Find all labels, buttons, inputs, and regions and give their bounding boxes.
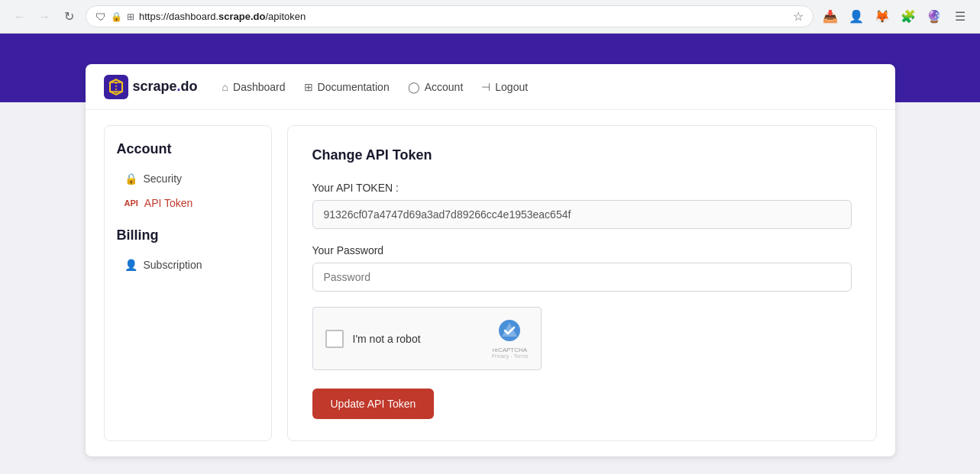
reload-button[interactable]: ↻ [58, 6, 79, 27]
recaptcha-logo [497, 318, 522, 347]
sidebar-item-security[interactable]: 🔒 Security [117, 166, 259, 191]
browser-actions: 📥 👤 🦊 🧩 🔮 ☰ [820, 6, 971, 27]
extension-purple-icon[interactable]: 🔮 [923, 6, 945, 27]
api-token-input[interactable] [312, 200, 852, 229]
subscription-icon: 👤 [125, 259, 137, 271]
address-bar[interactable]: 🛡 🔒 ⊞ https://dashboard.scrape.do/apitok… [86, 5, 813, 27]
password-input[interactable] [312, 263, 852, 292]
update-api-token-button[interactable]: Update API Token [312, 389, 435, 419]
nav-links: ⌂ Dashboard ⊞ Documentation ◯ Account ⊣ … [222, 78, 529, 96]
logout-icon: ⊣ [481, 81, 490, 93]
api-token-icon: API [125, 198, 138, 208]
forward-button[interactable]: → [34, 6, 55, 27]
nav-logout[interactable]: ⊣ Logout [481, 78, 528, 96]
content-area: Account 🔒 Security API API Token Billing… [86, 110, 895, 456]
lock-icon: 🔒 [111, 11, 122, 22]
logo-text: scrape.do [133, 79, 198, 95]
browser-chrome: ← → ↻ 🛡 🔒 ⊞ https://dashboard.scrape.do/… [0, 0, 980, 34]
recaptcha-widget[interactable]: I'm not a robot reCAPTCHA Privac [312, 307, 542, 370]
main-panel: Change API Token Your API TOKEN : Your P… [287, 125, 877, 441]
password-label: Your Password [312, 244, 852, 256]
sidebar-item-subscription[interactable]: 👤 Subscription [117, 253, 259, 277]
recaptcha-brand: reCAPTCHA [493, 347, 527, 353]
main-card: scrape.do ⌂ Dashboard ⊞ Documentation ◯ … [86, 64, 895, 456]
url-display: https://dashboard.scrape.do/apitoken [139, 11, 306, 22]
menu-icon[interactable]: ☰ [949, 6, 971, 27]
nav-documentation[interactable]: ⊞ Documentation [304, 78, 390, 96]
home-icon: ⌂ [222, 81, 228, 93]
user-icon: ◯ [408, 81, 420, 93]
security-icon: 🔒 [125, 173, 137, 185]
recaptcha-checkbox[interactable] [325, 330, 344, 348]
nav-account[interactable]: ◯ Account [408, 78, 464, 96]
logo-icon [104, 75, 128, 99]
sidebar-item-api-token[interactable]: API API Token [117, 191, 259, 215]
recaptcha-label: I'm not a robot [353, 333, 421, 345]
sidebar: Account 🔒 Security API API Token Billing… [104, 125, 272, 441]
extension-fox-icon[interactable]: 🦊 [872, 6, 893, 27]
sidebar-account-title: Account [117, 141, 259, 157]
api-token-label: Your API TOKEN : [312, 182, 852, 194]
recaptcha-sub: Privacy - Terms [491, 353, 528, 359]
profile-icon[interactable]: 👤 [846, 6, 867, 27]
shield-icon: 🛡 [95, 11, 106, 23]
panel-title: Change API Token [312, 147, 852, 163]
pocket-icon[interactable]: 📥 [820, 6, 841, 27]
nav-dashboard[interactable]: ⌂ Dashboard [222, 78, 286, 96]
navbar: scrape.do ⌂ Dashboard ⊞ Documentation ◯ … [86, 64, 895, 110]
back-button[interactable]: ← [9, 6, 31, 27]
docs-icon: ⊞ [304, 81, 313, 93]
sidebar-billing-title: Billing [117, 227, 259, 243]
logo[interactable]: scrape.do [104, 75, 198, 99]
site-info-icon: ⊞ [127, 11, 134, 22]
extensions-icon[interactable]: 🧩 [898, 6, 919, 27]
bookmark-icon[interactable]: ☆ [793, 9, 804, 24]
